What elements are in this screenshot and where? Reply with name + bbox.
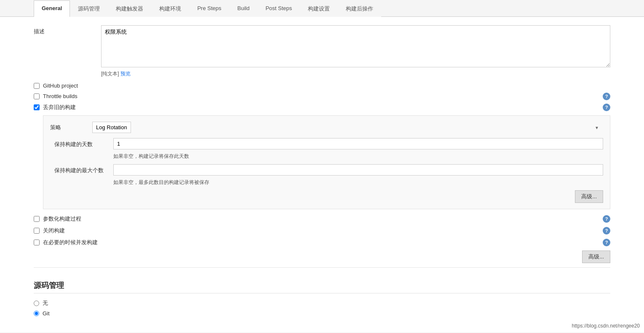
throttle-builds-row: Throttle builds ?: [34, 93, 610, 99]
keep-max-input[interactable]: [113, 164, 603, 176]
parameterize-checkbox[interactable]: [34, 216, 40, 222]
parameterize-label: 参数化构建过程: [43, 215, 81, 223]
discard-old-label: 丢弃旧的构建: [43, 104, 76, 111]
github-project-label: GitHub project: [43, 83, 78, 89]
description-row: 描述 [纯文本] 预览: [34, 25, 610, 77]
description-textarea[interactable]: [101, 25, 610, 67]
tab-build-settings[interactable]: 构建设置: [300, 0, 338, 17]
disable-build-label: 关闭构建: [43, 227, 65, 234]
tab-pre-steps[interactable]: Pre Steps: [189, 0, 229, 17]
throttle-builds-checkbox[interactable]: [34, 93, 40, 99]
discard-old-row: 丢弃旧的构建 ?: [34, 104, 610, 111]
strategy-row: 策略 Log Rotation: [50, 122, 603, 133]
throttle-builds-help-icon[interactable]: ?: [603, 93, 610, 100]
radio-git-row: Git: [34, 310, 610, 317]
tabs-bar: General 源码管理 构建触发器 构建环境 Pre Steps Build …: [0, 0, 644, 17]
keep-days-row: 保持构建的天数: [54, 138, 603, 149]
disable-build-help-icon[interactable]: ?: [603, 227, 610, 234]
tab-post-actions[interactable]: 构建后操作: [338, 0, 381, 17]
tab-general[interactable]: General: [34, 0, 70, 17]
source-section-title: 源码管理: [34, 280, 610, 293]
github-project-row: GitHub project: [34, 83, 610, 89]
advanced-button-1[interactable]: 高级...: [575, 190, 603, 203]
advanced-button-2[interactable]: 高级...: [582, 250, 610, 263]
advanced-btn2-wrapper: 高级...: [34, 250, 610, 263]
plain-text-label: [纯文本]: [101, 71, 119, 77]
concurrent-build-label: 在必要的时候并发构建: [43, 239, 98, 246]
concurrent-build-help-icon[interactable]: ?: [603, 239, 610, 246]
description-control: [纯文本] 预览: [101, 25, 610, 77]
radio-none[interactable]: [34, 301, 39, 306]
strategy-select[interactable]: Log Rotation: [92, 122, 131, 133]
keep-days-control: [113, 138, 603, 149]
watermark: https://blog.csdn.net/rengee20: [572, 323, 640, 329]
discard-section: 策略 Log Rotation 保持构建的天数 如果非空，构建记录将保存此天数 …: [43, 115, 610, 209]
keep-days-label: 保持构建的天数: [54, 138, 113, 148]
keep-max-label: 保持构建的最大个数: [54, 164, 113, 174]
section-divider: [34, 267, 610, 268]
strategy-select-wrapper: Log Rotation: [92, 122, 603, 133]
tab-build-env[interactable]: 构建环境: [151, 0, 189, 17]
keep-max-hint: 如果非空，最多此数目的构建记录将被保存: [113, 179, 603, 186]
radio-none-row: 无: [34, 299, 610, 307]
tab-source[interactable]: 源码管理: [70, 0, 108, 17]
keep-max-row: 保持构建的最大个数: [54, 164, 603, 176]
keep-max-control: [113, 164, 603, 176]
tab-trigger[interactable]: 构建触发器: [108, 0, 151, 17]
radio-git-label: Git: [43, 310, 50, 317]
keep-days-hint: 如果非空，构建记录将保存此天数: [113, 153, 603, 160]
radio-none-label: 无: [43, 299, 48, 307]
concurrent-build-row: 在必要的时候并发构建 ?: [34, 239, 610, 246]
radio-git[interactable]: [34, 311, 39, 316]
concurrent-build-checkbox[interactable]: [34, 240, 40, 245]
strategy-label: 策略: [50, 124, 92, 131]
disable-build-row: 关闭构建 ?: [34, 227, 610, 234]
throttle-builds-label: Throttle builds: [43, 93, 77, 99]
preview-link[interactable]: 预览: [120, 71, 131, 77]
github-project-checkbox[interactable]: [34, 83, 40, 89]
disable-build-checkbox[interactable]: [34, 228, 40, 234]
discard-old-checkbox[interactable]: [34, 104, 40, 110]
parameterize-help-icon[interactable]: ?: [603, 215, 610, 223]
tab-post-steps[interactable]: Post Steps: [257, 0, 300, 17]
discard-old-help-icon[interactable]: ?: [603, 104, 610, 111]
description-label: 描述: [34, 25, 101, 35]
tab-build[interactable]: Build: [230, 0, 258, 17]
advanced-btn-wrapper: 高级...: [50, 190, 603, 203]
keep-days-input[interactable]: [113, 138, 603, 149]
main-content: 描述 [纯文本] 预览 GitHub project Throttle buil…: [0, 17, 644, 333]
parameterize-row: 参数化构建过程 ?: [34, 215, 610, 223]
